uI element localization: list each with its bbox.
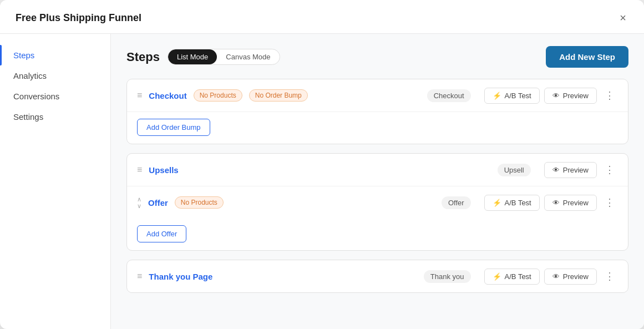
ab-icon-offer: ⚡: [493, 199, 501, 207]
thankyou-card: ≡ Thank you Page Thank you ⚡ A/B Test 👁 …: [126, 260, 628, 293]
mode-toggle: List Mode Canvas Mode: [168, 49, 280, 65]
ab-icon-thankyou: ⚡: [493, 272, 501, 281]
checkout-preview-button[interactable]: 👁 Preview: [544, 88, 597, 104]
checkout-row: ≡ Checkout No Products No Order Bump Che…: [127, 79, 628, 112]
offer-name[interactable]: Offer: [148, 198, 168, 207]
thankyou-ab-test-button[interactable]: ⚡ A/B Test: [484, 269, 540, 285]
checkout-no-products-badge: No Products: [194, 89, 242, 102]
checkout-no-order-bump-badge: No Order Bump: [249, 89, 308, 102]
ab-icon: ⚡: [493, 92, 501, 100]
upsells-type-badge: Upsell: [498, 164, 531, 176]
modal-header: Free Plus Shipping Funnel ×: [0, 0, 644, 34]
add-offer-button[interactable]: Add Offer: [137, 225, 186, 242]
canvas-mode-button[interactable]: Canvas Mode: [217, 49, 279, 64]
eye-icon-upsells: 👁: [552, 166, 560, 174]
checkout-name[interactable]: Checkout: [149, 91, 186, 100]
offer-more-button[interactable]: ⋮: [601, 194, 618, 211]
thankyou-actions: ⚡ A/B Test 👁 Preview ⋮: [484, 268, 618, 285]
thankyou-preview-button[interactable]: 👁 Preview: [544, 269, 597, 285]
offer-preview-button[interactable]: 👁 Preview: [544, 195, 597, 211]
thankyou-type-badge: Thank you: [424, 270, 471, 283]
modal: Free Plus Shipping Funnel × Steps Analyt…: [0, 0, 644, 329]
checkout-type-badge: Checkout: [427, 89, 471, 102]
eye-icon: 👁: [552, 92, 560, 100]
checkout-card: ≡ Checkout No Products No Order Bump Che…: [126, 79, 628, 144]
modal-title: Free Plus Shipping Funnel: [16, 12, 141, 24]
offer-no-products-badge: No Products: [175, 196, 224, 209]
upsells-card: ≡ Upsells Upsell 👁 Preview ⋮ ∧ ∨: [126, 153, 628, 251]
thankyou-drag-handle[interactable]: ≡: [137, 271, 142, 281]
upsells-sub-actions: Add Offer: [127, 219, 628, 250]
checkout-more-button[interactable]: ⋮: [601, 87, 618, 104]
sidebar-item-steps[interactable]: Steps: [0, 45, 110, 65]
upsells-actions: 👁 Preview ⋮: [544, 161, 618, 178]
main-header-left: Steps List Mode Canvas Mode: [126, 49, 280, 65]
offer-actions: ⚡ A/B Test 👁 Preview ⋮: [484, 194, 618, 211]
close-button[interactable]: ×: [617, 10, 628, 26]
offer-type-badge: Offer: [442, 196, 471, 209]
main-title: Steps: [126, 50, 160, 64]
sidebar: Steps Analytics Conversions Settings: [0, 34, 111, 329]
main-header: Steps List Mode Canvas Mode Add New Step: [126, 46, 628, 68]
sidebar-item-settings[interactable]: Settings: [0, 107, 110, 127]
thankyou-row: ≡ Thank you Page Thank you ⚡ A/B Test 👁 …: [127, 260, 628, 292]
checkout-ab-test-button[interactable]: ⚡ A/B Test: [484, 88, 540, 104]
checkout-sub-actions: Add Order Bump: [127, 112, 628, 144]
thankyou-more-button[interactable]: ⋮: [601, 268, 618, 285]
upsells-row: ≡ Upsells Upsell 👁 Preview ⋮: [127, 154, 628, 186]
offer-row: ∧ ∨ Offer No Products Offer ⚡ A/B Test 👁: [127, 186, 628, 219]
list-mode-button[interactable]: List Mode: [168, 49, 217, 64]
thankyou-name[interactable]: Thank you Page: [149, 272, 212, 281]
eye-icon-offer: 👁: [552, 199, 560, 207]
add-order-bump-button[interactable]: Add Order Bump: [137, 119, 210, 136]
modal-body: Steps Analytics Conversions Settings Ste…: [0, 34, 644, 329]
checkout-drag-handle[interactable]: ≡: [137, 90, 142, 100]
checkout-actions: ⚡ A/B Test 👁 Preview ⋮: [484, 87, 618, 104]
upsells-preview-button[interactable]: 👁 Preview: [544, 162, 597, 178]
add-new-step-button[interactable]: Add New Step: [546, 46, 628, 68]
upsells-name[interactable]: Upsells: [149, 165, 178, 175]
offer-ab-test-button[interactable]: ⚡ A/B Test: [484, 195, 540, 211]
eye-icon-thankyou: 👁: [552, 272, 560, 281]
upsells-more-button[interactable]: ⋮: [601, 161, 618, 178]
sidebar-item-analytics[interactable]: Analytics: [0, 65, 110, 86]
offer-expand-icon[interactable]: ∧ ∨: [137, 196, 141, 209]
sidebar-item-conversions[interactable]: Conversions: [0, 86, 110, 107]
upsells-drag-handle[interactable]: ≡: [137, 165, 142, 175]
main-content: Steps List Mode Canvas Mode Add New Step: [111, 34, 644, 329]
